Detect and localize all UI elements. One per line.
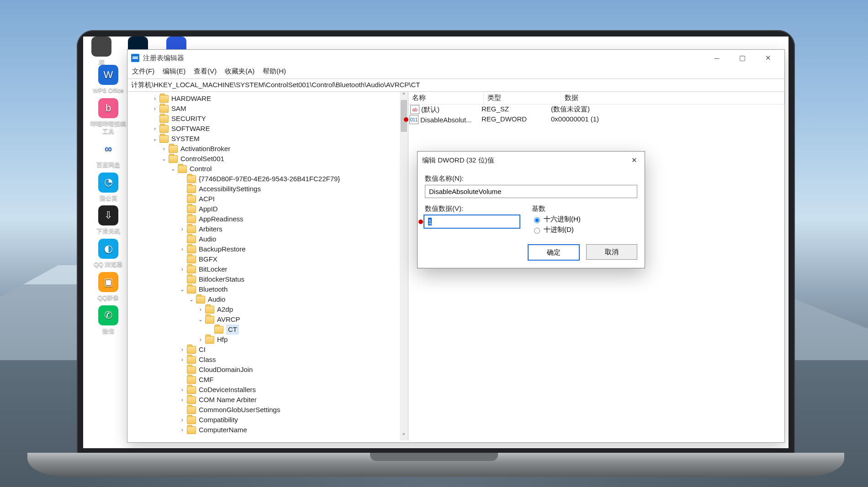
menu-item[interactable]: 查看(V) — [194, 67, 217, 75]
tree-node[interactable]: CMF — [129, 375, 408, 385]
tree-node[interactable]: BackupRestore — [129, 244, 408, 254]
chevron-right-icon[interactable] — [151, 124, 159, 134]
tree-node[interactable]: CoDeviceInstallers — [129, 385, 408, 395]
desktop-shortcut[interactable]: ⇩下滑关机 — [83, 204, 133, 237]
tree-node[interactable]: ComputerName — [129, 425, 408, 435]
address-bar[interactable]: 计算机\HKEY_LOCAL_MACHINE\SYSTEM\ControlSet… — [127, 79, 784, 92]
chevron-down-icon[interactable] — [188, 294, 195, 304]
scroll-down-icon[interactable]: ˅ — [400, 432, 408, 440]
tree-node[interactable]: COM Name Arbiter — [129, 395, 408, 405]
tree-scrollbar[interactable]: ˄ ˅ — [400, 92, 408, 440]
desktop-shortcut[interactable]: ▣QQ影像 — [83, 270, 133, 304]
value-row[interactable]: 011DisableAbsolut...REG_DWORD0x00000001 … — [408, 115, 784, 125]
list-header[interactable]: 名称 类型 数据 — [408, 92, 784, 105]
chevron-right-icon[interactable] — [179, 415, 186, 425]
chevron-right-icon[interactable] — [151, 104, 159, 114]
tree-node[interactable]: ACPI — [129, 194, 408, 204]
tree-node[interactable]: Arbiters — [129, 224, 408, 234]
tree-node[interactable]: A2dp — [129, 304, 408, 314]
tree-node[interactable]: {7746D80F-97E0-4E26-9543-26B41FC22F79} — [129, 174, 408, 184]
dialog-close-icon[interactable]: ✕ — [628, 156, 640, 164]
chevron-right-icon[interactable] — [179, 385, 186, 395]
folder-icon — [187, 406, 196, 414]
value-data-field[interactable] — [424, 215, 520, 228]
col-name[interactable]: 名称 — [408, 92, 484, 104]
tree-node[interactable]: Class — [129, 355, 408, 365]
desktop-shortcut[interactable]: ◐QQ 浏览器 — [83, 237, 133, 270]
tree-node[interactable]: Hfp — [129, 335, 408, 345]
value-row[interactable]: ab(默认)REG_SZ(数值未设置) — [408, 105, 784, 115]
scroll-thumb[interactable] — [401, 100, 407, 132]
minimize-button[interactable]: ─ — [704, 50, 730, 66]
tree-node[interactable]: CommonGlobUserSettings — [129, 405, 408, 415]
chevron-right-icon[interactable] — [197, 335, 204, 345]
chevron-right-icon[interactable] — [197, 304, 204, 314]
tree-node[interactable]: SYSTEM — [129, 134, 408, 144]
tree-node[interactable]: AccessibilitySettings — [129, 184, 408, 194]
dialog-title-bar[interactable]: 编辑 DWORD (32 位)值 ✕ — [418, 152, 645, 169]
tree-node[interactable]: BitLocker — [129, 264, 408, 274]
menu-item[interactable]: 编辑(E) — [163, 67, 185, 75]
radix-dec-radio[interactable] — [534, 228, 540, 234]
tree-node[interactable]: SECURITY — [129, 114, 408, 124]
tree-node[interactable]: Bluetooth — [129, 284, 408, 294]
tree-node[interactable]: Control — [129, 164, 408, 174]
ok-button[interactable]: 确定 — [528, 244, 580, 261]
folder-icon — [187, 366, 196, 374]
col-data[interactable]: 数据 — [561, 92, 784, 104]
values-list[interactable]: 名称 类型 数据 ab(默认)REG_SZ(数值未设置)011DisableAb… — [408, 92, 784, 440]
tree-node[interactable]: SOFTWARE — [129, 124, 408, 134]
col-type[interactable]: 类型 — [484, 92, 561, 104]
chevron-right-icon[interactable] — [179, 355, 186, 365]
chevron-right-icon[interactable] — [179, 345, 186, 355]
menu-item[interactable]: 文件(F) — [132, 67, 154, 75]
value-name-field[interactable] — [425, 185, 637, 198]
chevron-down-icon[interactable] — [197, 314, 204, 325]
app-label: 蒲公英 — [100, 194, 117, 202]
chevron-down-icon[interactable] — [179, 284, 186, 294]
registry-tree[interactable]: HARDWARESAMSECURITYSOFTWARESYSTEMActivat… — [127, 92, 408, 440]
tree-node[interactable]: Compatibility — [129, 415, 408, 425]
chevron-right-icon[interactable] — [179, 244, 186, 254]
tree-node[interactable]: CT — [129, 325, 408, 335]
tree-node[interactable]: ActivationBroker — [129, 144, 408, 154]
maximize-button[interactable]: ▢ — [730, 50, 755, 66]
menu-bar[interactable]: 文件(F)编辑(E)查看(V)收藏夹(A)帮助(H) — [127, 66, 784, 79]
chevron-down-icon[interactable] — [160, 154, 168, 164]
tree-node[interactable]: BitlockerStatus — [129, 274, 408, 284]
chevron-right-icon[interactable] — [179, 224, 186, 234]
chevron-down-icon[interactable] — [151, 134, 159, 144]
tree-node[interactable]: CloudDomainJoin — [129, 365, 408, 375]
chevron-down-icon[interactable] — [169, 164, 177, 174]
chevron-right-icon[interactable] — [179, 425, 186, 435]
desktop-shortcut[interactable]: WWPS Office — [83, 63, 133, 96]
tree-node[interactable]: Audio — [129, 294, 408, 304]
title-bar[interactable]: 注册表编辑器 ─ ▢ ✕ — [127, 50, 784, 66]
menu-item[interactable]: 帮助(H) — [263, 67, 286, 75]
radix-hex[interactable]: 十六进制(H) — [532, 215, 637, 224]
chevron-right-icon[interactable] — [179, 264, 186, 274]
value-data: (数值未设置) — [551, 105, 784, 114]
close-button[interactable]: ✕ — [755, 50, 781, 66]
tree-node[interactable]: CI — [129, 345, 408, 355]
menu-item[interactable]: 收藏夹(A) — [225, 67, 254, 75]
radix-dec[interactable]: 十进制(D) — [532, 225, 637, 234]
desktop-shortcut[interactable]: ∞百度网盘 — [83, 137, 133, 171]
cancel-button[interactable]: 取消 — [586, 244, 637, 260]
chevron-right-icon[interactable] — [160, 144, 168, 154]
chevron-right-icon[interactable] — [151, 94, 159, 104]
tree-node[interactable]: AVRCP — [129, 314, 408, 325]
scroll-up-icon[interactable]: ˄ — [400, 92, 408, 100]
desktop-shortcut[interactable]: ✆微信 — [83, 304, 133, 337]
tree-node[interactable]: ControlSet001 — [129, 154, 408, 164]
chevron-right-icon[interactable] — [179, 395, 186, 405]
tree-node[interactable]: AppID — [129, 204, 408, 214]
tree-node[interactable]: AppReadiness — [129, 214, 408, 224]
desktop-shortcut[interactable]: b哔哩哔哩投稿 工具 — [83, 96, 133, 137]
tree-node[interactable]: HARDWARE — [129, 94, 408, 104]
radix-hex-radio[interactable] — [534, 217, 540, 223]
tree-node[interactable]: BGFX — [129, 254, 408, 264]
tree-node[interactable]: Audio — [129, 234, 408, 244]
tree-node[interactable]: SAM — [129, 104, 408, 114]
desktop-shortcut[interactable]: ◔蒲公英 — [83, 171, 133, 204]
